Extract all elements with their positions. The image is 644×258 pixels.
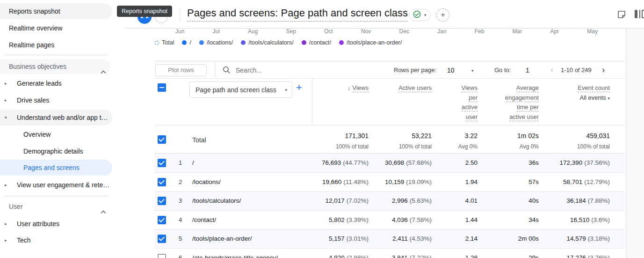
sidebar-item-reports-snapshot[interactable]: Reports snapshot	[0, 3, 112, 19]
column-header-label: per	[469, 94, 478, 102]
sidebar-item-tech[interactable]: ▸ Tech	[0, 232, 112, 248]
row-checkbox[interactable]	[158, 197, 166, 205]
expand-right-icon: ▸	[5, 232, 7, 248]
series-dot-icon	[199, 40, 204, 45]
total-active-users: 53,221100% of total	[399, 125, 432, 150]
legend-item[interactable]: /contact/	[302, 39, 331, 46]
engagement-cell: 34s	[528, 211, 539, 230]
page-side-gutter	[626, 29, 644, 258]
row-checkbox[interactable]	[158, 159, 166, 167]
event-filter[interactable]: All events ▾	[578, 93, 610, 103]
legend-item[interactable]: /	[182, 39, 191, 46]
add-dimension-button[interactable]: +	[296, 82, 302, 93]
views-cell: 19,660(11.48%)	[322, 173, 369, 192]
event-count-cell: 36,184(7.88%)	[566, 192, 610, 211]
prev-page-chevron-icon[interactable]: ‹	[550, 61, 553, 79]
sidebar-item-view-user-engagement[interactable]: ▸ View user engagement & rete…	[0, 177, 112, 193]
legend-item[interactable]: /tools/calculators/	[241, 39, 294, 46]
table-toolbar: Plot rows Rows per page: 10 ▾ Go to: 1 ‹…	[154, 61, 624, 79]
sidebar-item-pages-and-screens[interactable]: Pages and screens	[0, 160, 112, 176]
nav-section-business-objectives[interactable]: Business objectives	[0, 59, 110, 74]
select-all-checkbox[interactable]	[158, 83, 166, 92]
row-page-path[interactable]: /	[192, 154, 194, 173]
column-header-active-users[interactable]: Active users	[398, 83, 432, 93]
row-page-path[interactable]: /ata-brands/grace-title-agency/	[192, 249, 278, 258]
caret-down-icon: ▾	[285, 88, 287, 92]
sidebar-item-generate-leads[interactable]: ▸ Generate leads	[0, 75, 112, 91]
sidebar-item-demographic-details[interactable]: Demographic details	[0, 143, 112, 159]
row-page-path[interactable]: /contact/	[192, 211, 216, 230]
caret-down-icon[interactable]: ▾	[471, 68, 474, 73]
legend-item-total[interactable]: Total	[155, 39, 174, 46]
column-header-label: Event count	[578, 84, 610, 92]
row-checkbox[interactable]	[158, 235, 166, 243]
sidebar-item-label: Realtime pages	[9, 37, 54, 53]
total-views-per-active-user: 3.22Avg 0%	[458, 125, 478, 150]
row-checkbox[interactable]	[158, 216, 166, 224]
dimension-selector[interactable]: Page path and screen class ▾	[189, 81, 292, 98]
rows-per-page-label: Rows per page:	[394, 61, 436, 79]
column-header-label: active user	[509, 113, 539, 121]
column-header-views-per-active-user[interactable]: Views per active user	[462, 83, 478, 122]
search-input[interactable]	[236, 65, 343, 76]
column-header-views[interactable]: ↓Views	[347, 83, 369, 93]
legend-item[interactable]: /tools/place-an-order/	[339, 39, 402, 46]
active-users-cell: 2,411(4.53%)	[392, 229, 432, 249]
views-per-user-cell: 2.14	[465, 229, 478, 249]
expand-right-icon: ▸	[5, 92, 7, 108]
column-header-label: Average	[516, 84, 539, 92]
views-cell: 5,802(3.39%)	[329, 211, 369, 230]
legend-label: /contact/	[309, 39, 331, 46]
add-comparison-button[interactable]: +	[436, 8, 449, 22]
column-header-label: Views	[353, 84, 369, 92]
sidebar-item-overview[interactable]: Overview	[0, 126, 112, 142]
sidebar-item-user-attributes[interactable]: ▸ User attributes	[0, 216, 112, 232]
month-label: Apr	[550, 28, 559, 35]
panel-bar	[635, 10, 637, 18]
sidebar-item-realtime-pages[interactable]: Realtime pages	[0, 37, 112, 53]
sidebar-item-realtime-overview[interactable]: Realtime overview	[0, 20, 112, 36]
row-index: 4	[179, 211, 182, 230]
event-count-cell: 58,701(12.79%)	[563, 173, 610, 192]
sidebar-item-label: Realtime overview	[9, 20, 62, 36]
column-header-label: Active users	[398, 84, 432, 92]
nav-section-user[interactable]: User	[0, 199, 110, 214]
month-label: Jun	[175, 28, 184, 35]
table-row: 3 /tools/calculators/ 12,017(7.02%) 2,99…	[154, 192, 624, 211]
tooltip: Reports snapshot	[117, 6, 172, 17]
row-page-path[interactable]: /tools/place-an-order/	[192, 229, 252, 249]
row-checkbox[interactable]	[158, 178, 166, 186]
month-label: May	[587, 28, 598, 35]
engagement-cell: 36s	[528, 154, 539, 173]
row-page-path[interactable]: /locations/	[192, 173, 221, 192]
next-page-chevron-icon[interactable]: ›	[602, 61, 605, 79]
event-count-cell: 17,276(3.76%)	[566, 249, 610, 258]
section-header-label: Business objectives	[9, 59, 66, 74]
legend-item[interactable]: /locations/	[199, 39, 233, 46]
sidebar-item-understand-web-app[interactable]: ▾ Understand web and/or app t…	[0, 110, 112, 125]
right-panel-icon[interactable]	[635, 10, 644, 18]
series-dot-icon	[339, 40, 344, 45]
row-checkbox[interactable]	[158, 254, 166, 258]
plot-rows-button[interactable]: Plot rows	[155, 64, 207, 76]
month-label: Nov	[361, 28, 371, 35]
panel-bar	[639, 10, 640, 18]
page-title[interactable]: Pages and screens: Page path and screen …	[187, 7, 408, 22]
column-header-event-count[interactable]: Event count All events ▾	[578, 83, 610, 103]
row-page-path[interactable]: /tools/calculators/	[192, 192, 241, 211]
views-per-user-cell: 1.44	[465, 211, 478, 230]
column-header-avg-engagement-time[interactable]: Average engagement time per active user	[505, 83, 539, 122]
go-to-value[interactable]: 1	[526, 61, 529, 79]
sidebar-item-drive-sales[interactable]: ▸ Drive sales	[0, 92, 112, 108]
engagement-cell: 2m 00s	[518, 229, 539, 249]
caret-down-icon: ▾	[424, 13, 427, 17]
notes-icon[interactable]	[616, 9, 627, 22]
sort-desc-icon: ↓	[347, 84, 351, 91]
engagement-cell: 57s	[528, 173, 539, 192]
sidebar-item-label: Tech	[17, 232, 31, 248]
go-to-label: Go to:	[494, 61, 511, 79]
rows-per-page-value[interactable]: 10	[447, 61, 455, 79]
totals-checkbox[interactable]	[158, 135, 166, 144]
series-dot-icon	[182, 40, 187, 45]
verified-badge[interactable]: ▾	[409, 9, 431, 21]
